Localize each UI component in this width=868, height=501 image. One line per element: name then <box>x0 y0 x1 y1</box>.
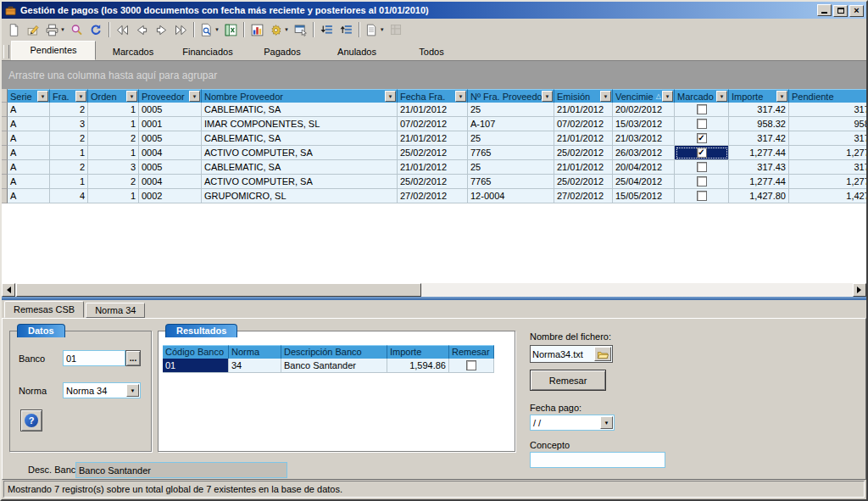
grid-cell[interactable]: 1 <box>50 175 88 189</box>
grid-cell[interactable]: 1,277.4 <box>789 175 866 189</box>
column-header-vencimie[interactable]: Vencimie△▼ <box>613 89 675 103</box>
grid-cell[interactable]: ACTIVO COMPUTER, SA <box>202 146 398 160</box>
grid-cell[interactable]: 27/02/2012 <box>554 189 613 203</box>
column-header-importe[interactable]: Importe▼ <box>729 89 789 103</box>
title-bar[interactable]: Gestión de pagos (los 3000 documentos co… <box>2 2 866 19</box>
grid-cell[interactable] <box>675 131 729 146</box>
previous-record-button[interactable] <box>132 20 152 39</box>
grid-cell[interactable] <box>675 103 729 117</box>
filter-dropdown-button[interactable]: ▼ <box>385 91 396 102</box>
grid-cell[interactable]: 317.42 <box>729 103 789 117</box>
tab-pagados[interactable]: Pagados <box>245 43 320 60</box>
marcado-checkbox[interactable] <box>697 119 707 129</box>
grid-cell[interactable]: 1 <box>50 146 88 160</box>
resultados-column-norma[interactable]: Norma <box>229 345 281 359</box>
grid-cell[interactable]: A <box>8 117 50 131</box>
marcado-checkbox[interactable] <box>697 133 707 143</box>
grid-cell[interactable]: 1 <box>88 146 139 160</box>
column-header-serie[interactable]: Serie▼ <box>8 89 50 103</box>
grid-cell[interactable]: 26/03/2012 <box>613 146 675 160</box>
record-selector[interactable] <box>2 160 8 175</box>
marcado-checkbox[interactable] <box>697 191 707 201</box>
grid-cell[interactable]: 0004 <box>139 175 202 189</box>
grid-cell[interactable]: 1,427.80 <box>729 189 789 203</box>
column-header-emisi-n[interactable]: Emisión▼ <box>554 89 613 103</box>
scrollbar-thumb[interactable] <box>16 283 421 297</box>
grid-cell[interactable]: A <box>8 131 50 146</box>
grid-cell[interactable]: 07/02/2012 <box>398 117 468 131</box>
tab-norma-34[interactable]: Norma 34 <box>86 303 145 318</box>
grid-cell[interactable]: A-107 <box>468 117 554 131</box>
grid-cell[interactable]: 958.3 <box>789 117 866 131</box>
record-selector-header[interactable] <box>2 89 8 103</box>
grid-cell[interactable]: 1,277.44 <box>729 175 789 189</box>
banco-browse-button[interactable]: ... <box>125 350 141 366</box>
tab-anulados[interactable]: Anulados <box>320 43 394 60</box>
grid-cell[interactable]: 0004 <box>139 146 202 160</box>
grid-cell[interactable] <box>675 189 729 203</box>
filter-dropdown-button[interactable]: ▼ <box>776 91 787 102</box>
grid-cell[interactable]: CABLEMATIC, SA <box>202 131 398 146</box>
grid-cell[interactable]: 21/01/2012 <box>554 103 613 117</box>
grid-cell[interactable] <box>675 146 729 160</box>
resultados-cell[interactable]: 01 <box>163 359 229 373</box>
grid-cell[interactable] <box>675 117 729 131</box>
edit-button[interactable] <box>24 20 43 39</box>
record-selector[interactable] <box>2 117 8 131</box>
grid-cell[interactable]: 1,427.8 <box>789 189 866 203</box>
group-by-bar[interactable]: Arrastre una columna hasta aquí para agr… <box>2 60 866 89</box>
grid-cell[interactable]: 0001 <box>139 117 202 131</box>
grid-cell[interactable]: 0005 <box>139 160 202 175</box>
record-selector[interactable] <box>2 189 8 203</box>
tabstrip-grip[interactable] <box>3 45 9 58</box>
search-button[interactable] <box>67 20 86 39</box>
resultados-column-importe[interactable]: Importe <box>387 345 449 359</box>
grid-cell[interactable]: 958.32 <box>729 117 789 131</box>
grid-cell[interactable]: 317.43 <box>729 160 789 175</box>
record-selector[interactable] <box>2 131 8 146</box>
fecha-pago-select[interactable]: / / ▼ <box>530 415 615 431</box>
filter-dropdown-button[interactable]: ▼ <box>600 91 611 102</box>
grid-cell[interactable]: CABLEMATIC, SA <box>202 103 398 117</box>
norma-select[interactable]: Norma 34 ▼ <box>63 382 141 398</box>
grid-cell[interactable]: 21/03/2012 <box>613 131 675 146</box>
grid-cell[interactable]: 1 <box>88 103 139 117</box>
resultados-cell[interactable]: Banco Santander <box>281 359 387 373</box>
filter-dropdown-button[interactable]: ▼ <box>662 91 673 102</box>
tab-marcados[interactable]: Marcados <box>96 43 170 60</box>
resultados-column-remesar[interactable]: Remesar <box>449 345 494 359</box>
grid-cell[interactable]: 21/01/2012 <box>398 103 468 117</box>
grid-cell[interactable]: 15/05/2012 <box>613 189 675 203</box>
banco-input[interactable] <box>63 350 125 366</box>
grid-cell[interactable] <box>675 160 729 175</box>
grid-cell[interactable]: A <box>8 146 50 160</box>
column-header-orden[interactable]: Orden▼ <box>88 89 139 103</box>
grid-cell[interactable]: 25 <box>468 131 554 146</box>
grid-cell[interactable]: 317.4 <box>789 103 866 117</box>
export-excel-button[interactable] <box>221 20 241 39</box>
remesar-checkbox[interactable] <box>466 360 476 370</box>
grid-cell[interactable]: A <box>8 160 50 175</box>
tab-pendientes[interactable]: Pendientes <box>11 41 96 60</box>
preview-button[interactable]: ▼ <box>198 20 221 39</box>
column-header-marcado[interactable]: Marcado▼ <box>675 89 729 103</box>
grid-cell[interactable]: 12-0004 <box>468 189 554 203</box>
new-document-button[interactable] <box>4 20 24 39</box>
resultados-column-c-digo-banco[interactable]: Código Banco <box>163 345 229 359</box>
grid-cell[interactable]: 25/02/2012 <box>398 175 468 189</box>
grid-cell[interactable]: 15/03/2012 <box>613 117 675 131</box>
resultados-column-descripci-n-banco[interactable]: Descripción Banco <box>281 345 387 359</box>
grid-cell[interactable]: 3 <box>50 117 88 131</box>
form-select-button[interactable] <box>291 20 310 39</box>
grid-cell[interactable]: A <box>8 103 50 117</box>
remesar-button[interactable]: Remesar <box>530 370 606 391</box>
grid-cell[interactable]: A <box>8 189 50 203</box>
grid-cell[interactable]: 0002 <box>139 189 202 203</box>
grid-cell[interactable]: 0005 <box>139 131 202 146</box>
grid-cell[interactable]: 2 <box>88 131 139 146</box>
filter-dropdown-button[interactable]: ▼ <box>542 91 553 102</box>
grid-cell[interactable]: 25/02/2012 <box>554 146 613 160</box>
grid-cell[interactable]: 2 <box>50 131 88 146</box>
grid-cell[interactable]: 25 <box>468 103 554 117</box>
marcado-checkbox[interactable] <box>697 176 707 186</box>
